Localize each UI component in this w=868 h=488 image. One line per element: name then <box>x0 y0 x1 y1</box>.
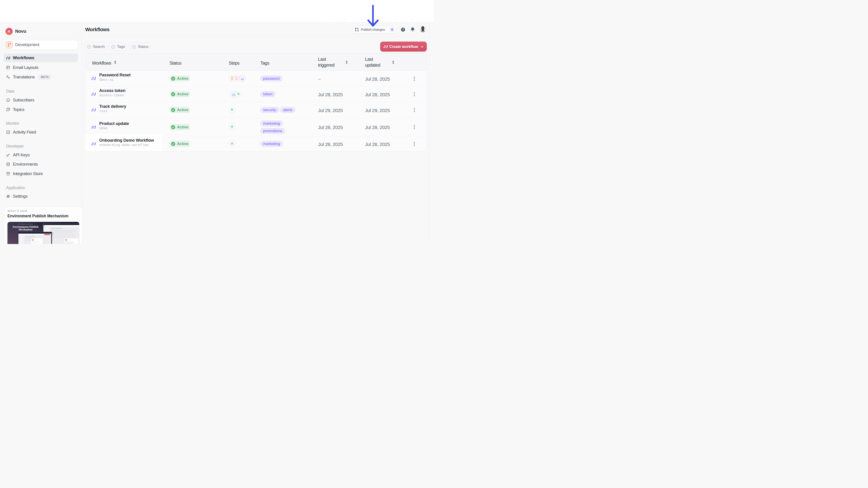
svg-text:INTRODUCING: INTRODUCING <box>18 223 33 225</box>
svg-text:Mechanism: Mechanism <box>19 228 33 231</box>
